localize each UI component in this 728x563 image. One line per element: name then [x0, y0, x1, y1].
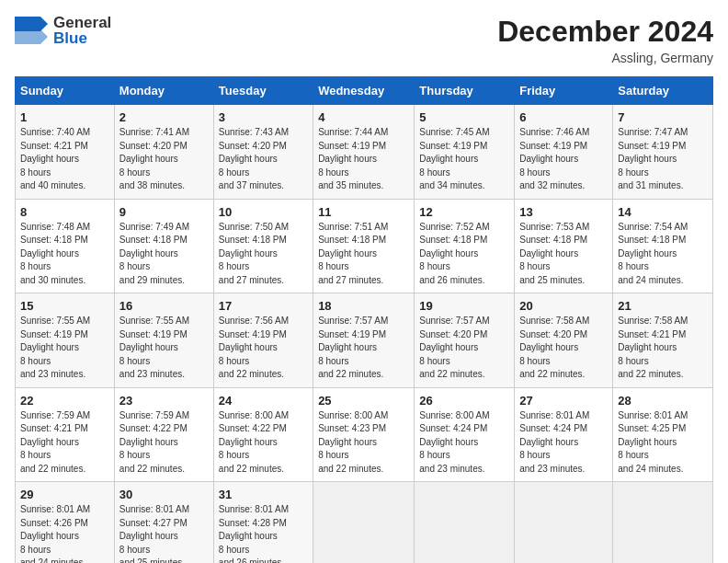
day-number: 23: [119, 394, 209, 408]
calendar-table: SundayMondayTuesdayWednesdayThursdayFrid…: [15, 76, 713, 563]
day-number: 12: [419, 205, 509, 219]
day-detail: Sunrise: 7:57 AMSunset: 4:20 PMDaylight …: [419, 315, 509, 382]
calendar-header-row: SundayMondayTuesdayWednesdayThursdayFrid…: [16, 77, 713, 105]
logo-general-text: General: [53, 15, 111, 30]
day-number: 25: [318, 394, 409, 408]
calendar-cell: 10Sunrise: 7:50 AMSunset: 4:18 PMDayligh…: [213, 199, 313, 293]
column-header-saturday: Saturday: [613, 77, 713, 105]
column-header-sunday: Sunday: [16, 77, 115, 105]
calendar-week-row: 15Sunrise: 7:55 AMSunset: 4:19 PMDayligh…: [16, 293, 713, 388]
day-number: 22: [20, 394, 109, 408]
calendar-cell: 29Sunrise: 8:01 AMSunset: 4:26 PMDayligh…: [16, 482, 115, 564]
day-detail: Sunrise: 7:51 AMSunset: 4:18 PMDaylight …: [318, 221, 409, 288]
calendar-cell: 7Sunrise: 7:47 AMSunset: 4:19 PMDaylight…: [613, 105, 713, 200]
day-number: 28: [618, 394, 708, 408]
day-number: 29: [20, 488, 109, 501]
day-detail: Sunrise: 7:44 AMSunset: 4:19 PMDaylight …: [318, 126, 409, 193]
calendar-cell: [515, 482, 613, 564]
calendar-cell: [613, 482, 713, 564]
calendar-cell: 23Sunrise: 7:59 AMSunset: 4:22 PMDayligh…: [114, 387, 213, 482]
svg-marker-1: [15, 29, 48, 44]
day-detail: Sunrise: 7:53 AMSunset: 4:18 PMDaylight …: [519, 221, 608, 288]
logo: General Blue: [15, 15, 111, 46]
day-number: 11: [318, 205, 409, 219]
calendar-cell: 20Sunrise: 7:58 AMSunset: 4:20 PMDayligh…: [515, 293, 613, 388]
day-detail: Sunrise: 7:48 AMSunset: 4:18 PMDaylight …: [20, 221, 109, 288]
location-subtitle: Assling, Germany: [497, 51, 713, 65]
day-detail: Sunrise: 7:52 AMSunset: 4:18 PMDaylight …: [419, 221, 509, 288]
day-detail: Sunrise: 7:46 AMSunset: 4:19 PMDaylight …: [519, 126, 608, 193]
day-number: 14: [618, 205, 708, 219]
calendar-cell: [415, 482, 515, 564]
day-detail: Sunrise: 7:56 AMSunset: 4:19 PMDaylight …: [219, 315, 308, 382]
logo-icon: [15, 17, 48, 44]
calendar-cell: 31Sunrise: 8:01 AMSunset: 4:28 PMDayligh…: [213, 482, 313, 564]
day-detail: Sunrise: 7:50 AMSunset: 4:18 PMDaylight …: [219, 221, 308, 288]
day-detail: Sunrise: 7:41 AMSunset: 4:20 PMDaylight …: [119, 126, 209, 193]
day-detail: Sunrise: 7:57 AMSunset: 4:19 PMDaylight …: [318, 315, 409, 382]
day-number: 8: [20, 205, 109, 219]
calendar-week-row: 8Sunrise: 7:48 AMSunset: 4:18 PMDaylight…: [16, 199, 713, 293]
calendar-cell: 1Sunrise: 7:40 AMSunset: 4:21 PMDaylight…: [16, 105, 115, 200]
calendar-cell: 4Sunrise: 7:44 AMSunset: 4:19 PMDaylight…: [313, 105, 415, 200]
calendar-cell: 25Sunrise: 8:00 AMSunset: 4:23 PMDayligh…: [313, 387, 415, 482]
day-detail: Sunrise: 7:59 AMSunset: 4:21 PMDaylight …: [20, 409, 109, 477]
calendar-cell: 30Sunrise: 8:01 AMSunset: 4:27 PMDayligh…: [114, 482, 213, 564]
day-number: 9: [119, 205, 209, 219]
day-detail: Sunrise: 8:01 AMSunset: 4:28 PMDaylight …: [219, 503, 308, 563]
page-header: General Blue December 2024 Assling, Germ…: [15, 15, 713, 65]
title-block: December 2024 Assling, Germany: [497, 15, 713, 65]
calendar-cell: 22Sunrise: 7:59 AMSunset: 4:21 PMDayligh…: [16, 387, 115, 482]
calendar-cell: 26Sunrise: 8:00 AMSunset: 4:24 PMDayligh…: [415, 387, 515, 482]
day-number: 19: [419, 299, 509, 313]
day-detail: Sunrise: 8:01 AMSunset: 4:25 PMDaylight …: [618, 409, 708, 477]
day-number: 20: [519, 299, 608, 313]
day-number: 31: [219, 488, 308, 501]
day-detail: Sunrise: 7:54 AMSunset: 4:18 PMDaylight …: [618, 221, 708, 288]
calendar-cell: 6Sunrise: 7:46 AMSunset: 4:19 PMDaylight…: [515, 105, 613, 200]
logo-blue-text: Blue: [53, 30, 111, 46]
month-year-title: December 2024: [497, 15, 713, 49]
day-number: 6: [519, 110, 608, 124]
day-number: 15: [20, 299, 109, 313]
day-detail: Sunrise: 8:00 AMSunset: 4:24 PMDaylight …: [419, 409, 509, 477]
day-number: 26: [419, 394, 509, 408]
calendar-week-row: 22Sunrise: 7:59 AMSunset: 4:21 PMDayligh…: [16, 387, 713, 482]
calendar-cell: 19Sunrise: 7:57 AMSunset: 4:20 PMDayligh…: [415, 293, 515, 388]
day-number: 7: [618, 110, 708, 124]
day-number: 30: [119, 488, 209, 501]
calendar-cell: 3Sunrise: 7:43 AMSunset: 4:20 PMDaylight…: [213, 105, 313, 200]
calendar-cell: [313, 482, 415, 564]
day-number: 16: [119, 299, 209, 313]
calendar-cell: 14Sunrise: 7:54 AMSunset: 4:18 PMDayligh…: [613, 199, 713, 293]
day-detail: Sunrise: 8:00 AMSunset: 4:22 PMDaylight …: [219, 409, 308, 477]
day-detail: Sunrise: 7:45 AMSunset: 4:19 PMDaylight …: [419, 126, 509, 193]
day-number: 4: [318, 110, 409, 124]
calendar-cell: 5Sunrise: 7:45 AMSunset: 4:19 PMDaylight…: [415, 105, 515, 200]
calendar-cell: 8Sunrise: 7:48 AMSunset: 4:18 PMDaylight…: [16, 199, 115, 293]
day-detail: Sunrise: 7:43 AMSunset: 4:20 PMDaylight …: [219, 126, 308, 193]
day-detail: Sunrise: 7:47 AMSunset: 4:19 PMDaylight …: [618, 126, 708, 193]
day-number: 27: [519, 394, 608, 408]
column-header-thursday: Thursday: [415, 77, 515, 105]
day-detail: Sunrise: 7:59 AMSunset: 4:22 PMDaylight …: [119, 409, 209, 477]
calendar-cell: 28Sunrise: 8:01 AMSunset: 4:25 PMDayligh…: [613, 387, 713, 482]
calendar-cell: 12Sunrise: 7:52 AMSunset: 4:18 PMDayligh…: [415, 199, 515, 293]
calendar-cell: 9Sunrise: 7:49 AMSunset: 4:18 PMDaylight…: [114, 199, 213, 293]
column-header-tuesday: Tuesday: [213, 77, 313, 105]
calendar-cell: 21Sunrise: 7:58 AMSunset: 4:21 PMDayligh…: [613, 293, 713, 388]
day-number: 10: [219, 205, 308, 219]
column-header-monday: Monday: [114, 77, 213, 105]
day-detail: Sunrise: 7:55 AMSunset: 4:19 PMDaylight …: [20, 315, 109, 382]
day-detail: Sunrise: 7:58 AMSunset: 4:21 PMDaylight …: [618, 315, 708, 382]
calendar-cell: 17Sunrise: 7:56 AMSunset: 4:19 PMDayligh…: [213, 293, 313, 388]
day-detail: Sunrise: 8:01 AMSunset: 4:27 PMDaylight …: [119, 503, 209, 563]
day-detail: Sunrise: 7:40 AMSunset: 4:21 PMDaylight …: [20, 126, 109, 193]
column-header-wednesday: Wednesday: [313, 77, 415, 105]
day-detail: Sunrise: 8:00 AMSunset: 4:23 PMDaylight …: [318, 409, 409, 477]
day-detail: Sunrise: 7:49 AMSunset: 4:18 PMDaylight …: [119, 221, 209, 288]
calendar-week-row: 1Sunrise: 7:40 AMSunset: 4:21 PMDaylight…: [16, 105, 713, 200]
day-number: 5: [419, 110, 509, 124]
calendar-cell: 2Sunrise: 7:41 AMSunset: 4:20 PMDaylight…: [114, 105, 213, 200]
column-header-friday: Friday: [515, 77, 613, 105]
